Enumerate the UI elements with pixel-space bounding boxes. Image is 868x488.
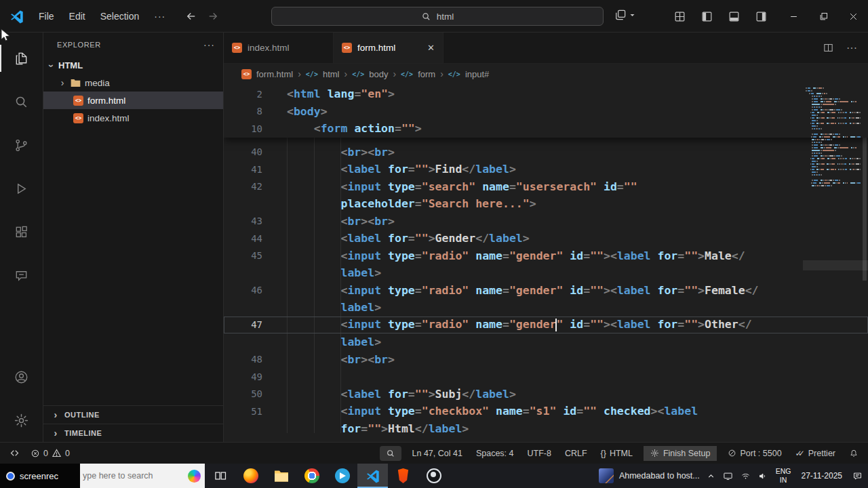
settings-gear-icon[interactable] <box>0 399 43 442</box>
line-number[interactable]: 10 <box>224 123 262 134</box>
extensions-icon[interactable] <box>0 210 43 253</box>
run-debug-icon[interactable] <box>0 167 43 210</box>
tab-index-html[interactable]: <> index.html <box>224 33 334 63</box>
brave-icon[interactable] <box>388 464 418 488</box>
line-number[interactable]: 45 <box>224 250 262 261</box>
language-indicator[interactable]: ENG IN <box>776 467 791 484</box>
menu-edit[interactable]: Edit <box>62 11 93 22</box>
zoom-indicator-icon[interactable] <box>380 446 401 461</box>
line-number[interactable]: 2 <box>224 89 262 100</box>
toggle-panel-icon[interactable] <box>728 10 741 23</box>
task-view-icon[interactable] <box>205 464 235 488</box>
screencast-dropdown-icon[interactable] <box>614 8 635 22</box>
code-line-46[interactable]: 46 <input type="radio" name="gender" id=… <box>224 282 868 300</box>
customize-layout-icon[interactable] <box>673 10 686 23</box>
menu-selection[interactable]: Selection <box>93 11 147 22</box>
breadcrumb-body[interactable]: body <box>369 69 388 79</box>
search-highlights-icon[interactable] <box>188 470 201 483</box>
search-sidebar-icon[interactable] <box>0 80 43 123</box>
breadcrumb-form[interactable]: form <box>418 69 435 79</box>
code-line-2[interactable]: 2<html lang="en"> <box>224 85 868 103</box>
tab-form-html[interactable]: <> form.html ✕ <box>334 33 443 63</box>
tab-close-icon[interactable]: ✕ <box>427 43 435 53</box>
source-control-icon[interactable] <box>0 123 43 167</box>
finish-setup-button[interactable]: Finish Setup <box>644 446 717 461</box>
code-line-44[interactable]: 44 <label for="">Gender</label> <box>224 230 868 247</box>
code-line-41[interactable]: 41 <label for="">Find</label> <box>224 161 868 178</box>
line-number[interactable]: 42 <box>224 181 262 192</box>
breadcrumb-file[interactable]: form.html <box>256 69 293 79</box>
vscode-taskbar-icon[interactable] <box>357 464 388 488</box>
code-line-50[interactable]: 50 <label for="">Subj</label> <box>224 386 868 403</box>
toggle-sidebar-icon[interactable] <box>701 10 713 23</box>
display-icon[interactable] <box>723 471 733 481</box>
code-line-42[interactable]: 42 <input type="search" name="userserach… <box>224 178 868 196</box>
encoding[interactable]: UTF-8 <box>524 449 553 458</box>
timeline-section[interactable]: › TIMELINE <box>43 424 223 442</box>
code-lines[interactable]: 40 <br><br>41 <label for="">Find</label>… <box>224 138 868 438</box>
split-editor-icon[interactable] <box>823 42 834 54</box>
line-number[interactable]: 50 <box>224 388 262 399</box>
code-line-47[interactable]: 47 <input type="radio" name="gender" id=… <box>224 317 868 334</box>
code-line-49[interactable]: 49 <box>224 368 868 386</box>
breadcrumb-html[interactable]: html <box>323 69 340 79</box>
code-line-wrap[interactable]: for="">Html</label> <box>224 420 868 438</box>
line-number[interactable]: 43 <box>224 216 262 226</box>
remote-indicator-icon[interactable] <box>7 448 22 458</box>
code-line-10[interactable]: 10 <form action=""> <box>224 120 868 138</box>
line-number[interactable]: 46 <box>224 285 262 296</box>
windows-search-input[interactable] <box>83 471 178 481</box>
live-server-port[interactable]: Port : 5500 <box>725 449 784 458</box>
editor-more-icon[interactable]: ··· <box>846 42 857 54</box>
forward-icon[interactable] <box>203 6 223 26</box>
file-explorer-icon[interactable] <box>266 464 296 488</box>
line-number[interactable]: 8 <box>224 106 262 117</box>
back-icon[interactable] <box>181 6 201 26</box>
breadcrumb-input[interactable]: input# <box>465 69 489 79</box>
line-number[interactable]: 51 <box>224 406 262 417</box>
sidebar-more-icon[interactable]: ··· <box>203 39 215 50</box>
wifi-icon[interactable] <box>741 471 751 481</box>
sticky-lines[interactable]: 2<html lang="en">8<body>10 <form action=… <box>224 84 868 138</box>
sidebar-item-media[interactable]: › media <box>43 74 223 92</box>
obs-icon[interactable] <box>418 464 449 488</box>
editor[interactable]: 2<html lang="en">8<body>10 <form action=… <box>224 84 868 442</box>
chat-icon[interactable] <box>0 253 43 297</box>
command-center-search[interactable]: html <box>271 7 604 26</box>
notifications-bell-icon[interactable] <box>846 449 861 458</box>
explorer-icon[interactable] <box>0 37 43 80</box>
minimap[interactable] <box>806 84 861 442</box>
code-line-wrap[interactable]: label> <box>224 299 868 317</box>
taskbar-clock[interactable]: 27-11-2025 <box>799 471 846 481</box>
minimap-slider[interactable] <box>803 260 868 270</box>
language-mode[interactable]: {} HTML <box>598 449 635 458</box>
sidebar-item-index-html[interactable]: <> index.html <box>43 109 223 127</box>
volume-icon[interactable] <box>758 471 768 481</box>
action-center-icon[interactable] <box>852 471 863 481</box>
code-line-wrap[interactable]: label> <box>224 333 868 351</box>
line-number[interactable]: 49 <box>224 371 262 382</box>
line-number[interactable]: 41 <box>224 164 262 175</box>
line-number[interactable]: 40 <box>224 146 262 157</box>
code-line-8[interactable]: 8<body> <box>224 103 868 121</box>
windows-search-box[interactable] <box>80 464 205 488</box>
account-icon[interactable] <box>0 355 43 399</box>
code-line-wrap[interactable]: label> <box>224 264 868 282</box>
code-line-51[interactable]: 51 <input type="checkbox" name="s1" id="… <box>224 403 868 420</box>
line-number[interactable]: 47 <box>224 319 262 330</box>
toggle-secondary-sidebar-icon[interactable] <box>755 10 768 23</box>
eol-sequence[interactable]: CRLF <box>562 449 590 458</box>
code-line-45[interactable]: 45 <input type="radio" name="gender" id=… <box>224 247 868 265</box>
code-line-43[interactable]: 43 <br><br> <box>224 213 868 230</box>
screenrec-watermark[interactable]: screenrec <box>0 464 80 488</box>
code-line-48[interactable]: 48 <br><br> <box>224 351 868 369</box>
firefox-icon[interactable] <box>235 464 266 488</box>
menu-overflow[interactable]: ··· <box>146 11 173 22</box>
restore-button[interactable] <box>808 0 838 33</box>
telegram-icon[interactable] <box>327 464 357 488</box>
code-line-wrap[interactable]: placeholder="Search here..."> <box>224 195 868 213</box>
problems-indicator[interactable]: 0 0 <box>28 448 73 458</box>
project-root-html[interactable]: › HTML <box>43 57 223 74</box>
cursor-position[interactable]: Ln 47, Col 41 <box>410 449 465 458</box>
menu-file[interactable]: File <box>31 11 62 22</box>
